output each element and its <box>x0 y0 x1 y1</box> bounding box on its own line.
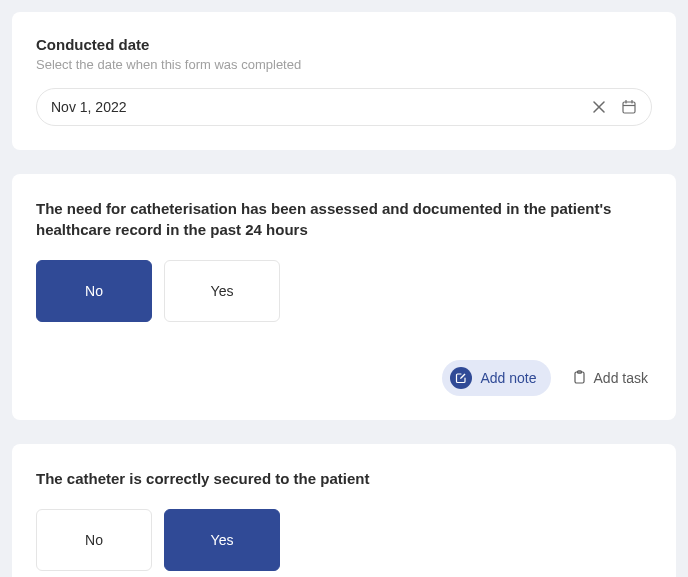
conducted-date-card: Conducted date Select the date when this… <box>12 12 676 150</box>
calendar-icon[interactable] <box>621 99 637 115</box>
no-button[interactable]: No <box>36 509 152 571</box>
catheterisation-assessed-card: The need for catheterisation has been as… <box>12 174 676 420</box>
no-button[interactable]: No <box>36 260 152 322</box>
add-note-label: Add note <box>480 370 536 386</box>
choice-row: No Yes <box>36 509 652 571</box>
add-task-button[interactable]: Add task <box>569 363 652 394</box>
svg-rect-0 <box>623 102 635 113</box>
yes-button[interactable]: Yes <box>164 509 280 571</box>
conducted-date-input[interactable] <box>51 99 591 115</box>
date-input-icons <box>591 99 637 115</box>
edit-note-icon <box>450 367 472 389</box>
catheter-secured-card: The catheter is correctly secured to the… <box>12 444 676 577</box>
add-note-button[interactable]: Add note <box>442 360 550 396</box>
yes-button[interactable]: Yes <box>164 260 280 322</box>
clipboard-icon <box>573 370 586 387</box>
choice-row: No Yes <box>36 260 652 322</box>
add-task-label: Add task <box>594 370 648 386</box>
conducted-date-title: Conducted date <box>36 36 652 53</box>
date-input-wrapper[interactable] <box>36 88 652 126</box>
clear-icon[interactable] <box>591 99 607 115</box>
conducted-date-subtitle: Select the date when this form was compl… <box>36 57 652 72</box>
catheter-secured-question: The catheter is correctly secured to the… <box>36 468 652 489</box>
catheterisation-assessed-question: The need for catheterisation has been as… <box>36 198 652 240</box>
card-actions: Add note Add task <box>36 360 652 396</box>
